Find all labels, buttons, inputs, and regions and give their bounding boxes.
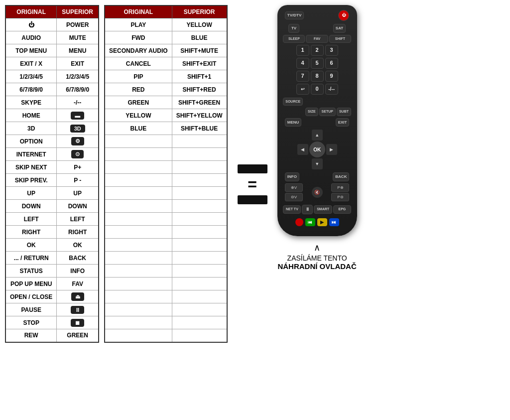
source-button[interactable]: SOURCE bbox=[283, 98, 303, 106]
back-button[interactable]: BACK bbox=[333, 172, 349, 181]
original-cell bbox=[105, 252, 172, 265]
subt-button[interactable]: SUBT bbox=[337, 108, 351, 116]
original-cell: BLUE bbox=[105, 122, 172, 135]
superior-cell: MUTE bbox=[57, 31, 99, 44]
tv-button[interactable]: TV bbox=[288, 24, 299, 33]
vol-down-button[interactable]: ⊖V bbox=[285, 193, 303, 201]
pause-transport-button[interactable]: ⏸ bbox=[302, 205, 313, 214]
num-9-button[interactable]: 9 bbox=[325, 71, 338, 82]
ch-down-button[interactable]: P⊖ bbox=[331, 193, 349, 201]
table-row bbox=[105, 135, 227, 148]
original-cell: REW bbox=[5, 329, 57, 342]
fav-button[interactable]: FAV bbox=[306, 35, 328, 43]
power-button[interactable]: ⏻ bbox=[338, 10, 349, 21]
original-cell: EXIT / X bbox=[5, 57, 57, 70]
num-4-button[interactable]: 4 bbox=[296, 58, 309, 69]
original-cell bbox=[105, 161, 172, 174]
table-row: BLUESHIFT+BLUE bbox=[105, 122, 227, 135]
table-row: OPTION⚙ bbox=[5, 135, 99, 148]
original-cell bbox=[105, 148, 172, 161]
original-cell: OK bbox=[5, 239, 57, 252]
num-5-button[interactable]: 5 bbox=[311, 58, 324, 69]
table-row: HOME▬ bbox=[5, 109, 99, 122]
original-cell: PIP bbox=[105, 70, 172, 83]
table-row: RIGHTRIGHT bbox=[5, 226, 99, 239]
table-row: 1/2/3/4/51/2/3/4/5 bbox=[5, 70, 99, 83]
sleep-button[interactable]: SLEEP bbox=[283, 35, 305, 43]
original-cell: ⏻ bbox=[5, 18, 57, 31]
table-row bbox=[105, 252, 227, 265]
num-8-button[interactable]: 8 bbox=[311, 71, 324, 82]
num-3-button[interactable]: 3 bbox=[325, 45, 338, 56]
original-cell: SECONDARY AUDIO bbox=[105, 44, 172, 57]
original-cell: CANCEL bbox=[105, 57, 172, 70]
mute-button[interactable]: 🔇 bbox=[312, 187, 323, 198]
table-row: ... / RETURNBACK bbox=[5, 252, 99, 265]
right-table: ORIGINAL SUPERIOR PLAYYELLOWFWDBLUESECON… bbox=[104, 5, 228, 343]
red-color-button[interactable] bbox=[295, 218, 303, 226]
ok-center-button[interactable]: OK bbox=[309, 141, 325, 157]
play-button[interactable]: ▶ bbox=[317, 218, 327, 226]
superior-cell bbox=[172, 148, 227, 161]
table-row: ⏻POWER bbox=[5, 18, 99, 31]
shift-button[interactable]: SHIFT bbox=[329, 35, 351, 43]
original-cell: RED bbox=[105, 83, 172, 96]
setup-button[interactable]: SETUP bbox=[319, 108, 336, 116]
pause_icon: ⏸ bbox=[71, 306, 84, 314]
superior-cell: SHIFT+GREEN bbox=[172, 96, 227, 109]
superior-cell: MENU bbox=[57, 44, 99, 57]
dpad-right-button[interactable]: ▶ bbox=[326, 144, 337, 155]
table-row bbox=[105, 187, 227, 200]
table-row bbox=[105, 226, 227, 239]
fast-forward-button[interactable]: ⏭ bbox=[329, 218, 339, 226]
dash-button[interactable]: -/-- bbox=[325, 84, 338, 95]
table-row: FWDBLUE bbox=[105, 31, 227, 44]
superior-cell: GREEN bbox=[57, 329, 99, 342]
superior-cell: 6/7/8/9/0 bbox=[57, 83, 99, 96]
dpad-left-button[interactable]: ◀ bbox=[297, 144, 308, 155]
exit-button[interactable]: EXIT bbox=[336, 118, 350, 127]
num-1-button[interactable]: 1 bbox=[296, 45, 309, 56]
table-row: 3D3D bbox=[5, 122, 99, 135]
original-cell: 6/7/8/9/0 bbox=[5, 83, 57, 96]
left-col-original: ORIGINAL bbox=[5, 5, 57, 18]
info-button[interactable]: INFO bbox=[285, 172, 299, 181]
epg-button[interactable]: EPG bbox=[333, 205, 351, 213]
superior-cell: SHIFT+YELLOW bbox=[172, 109, 227, 122]
recall-button[interactable]: ↩ bbox=[296, 84, 309, 95]
original-cell bbox=[105, 187, 172, 200]
net-tv-button[interactable]: NET TV bbox=[283, 205, 301, 213]
tvdtv-button[interactable]: TV/DTV bbox=[285, 11, 304, 19]
superior-cell bbox=[172, 239, 227, 252]
right-col-original: ORIGINAL bbox=[105, 5, 172, 18]
superior-cell bbox=[172, 252, 227, 265]
menu-button[interactable]: MENU bbox=[285, 118, 302, 127]
superior-cell: FAV bbox=[57, 278, 99, 290]
num-2-button[interactable]: 2 bbox=[311, 45, 324, 56]
table-row: DOWNDOWN bbox=[5, 200, 99, 213]
original-cell: INTERNET bbox=[5, 148, 57, 161]
superior-cell: LEFT bbox=[57, 213, 99, 226]
table-row: POP UP MENUFAV bbox=[5, 278, 99, 290]
smart-button[interactable]: SMART bbox=[314, 205, 332, 213]
superior-cell: RIGHT bbox=[57, 226, 99, 239]
num-0-button[interactable]: 0 bbox=[311, 84, 324, 95]
sat-button[interactable]: SAT bbox=[333, 24, 346, 33]
original-cell bbox=[105, 265, 172, 278]
rewind-button[interactable]: ⏮ bbox=[305, 218, 315, 226]
superior-cell bbox=[172, 200, 227, 213]
superior-cell bbox=[172, 135, 227, 148]
dpad-down-button[interactable]: ▼ bbox=[312, 158, 323, 169]
dpad-up-button[interactable]: ▲ bbox=[312, 130, 323, 140]
num-7-button[interactable]: 7 bbox=[296, 71, 309, 82]
ch-up-button[interactable]: P⊕ bbox=[331, 183, 349, 192]
num-6-button[interactable]: 6 bbox=[325, 58, 338, 69]
original-cell bbox=[105, 290, 172, 303]
table-row: TOP MENUMENU bbox=[5, 44, 99, 57]
original-cell: OPEN / CLOSE bbox=[5, 290, 57, 303]
table-row bbox=[105, 213, 227, 226]
vol-up-button[interactable]: ⊕V bbox=[285, 183, 303, 192]
size-button[interactable]: SIZE bbox=[305, 108, 318, 116]
superior-cell bbox=[172, 278, 227, 290]
superior-cell: SHIFT+BLUE bbox=[172, 122, 227, 135]
